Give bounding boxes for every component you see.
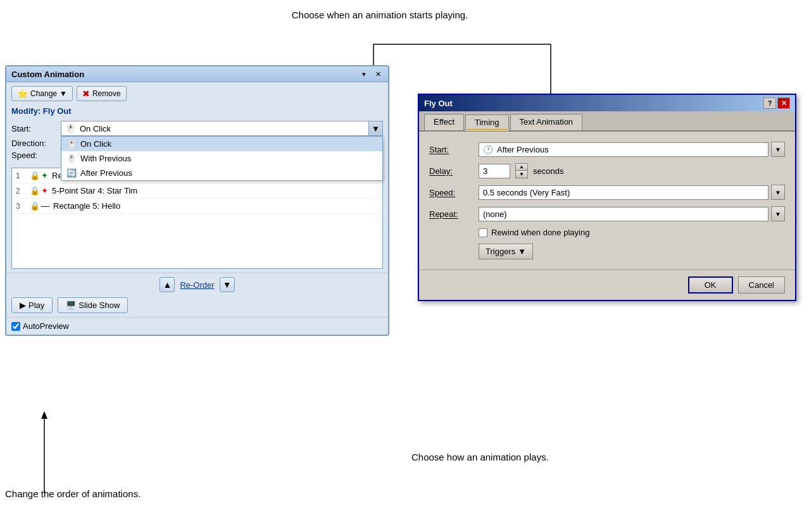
after-prev-icon: 🔄 bbox=[66, 168, 77, 178]
dialog-speed-label: Speed: bbox=[429, 188, 473, 197]
anim-num-1: 1 bbox=[16, 171, 26, 180]
speed-label: Speed: bbox=[11, 151, 56, 160]
dialog-repeat-row: Repeat: (none) ▼ bbox=[429, 206, 785, 221]
change-label: Change bbox=[30, 89, 57, 98]
dialog-delay-unit: seconds bbox=[533, 166, 563, 176]
tab-timing-underline bbox=[467, 129, 507, 130]
panel-bottom: ▲ Re-Order ▼ ▶ Play 🖥️ Slide Show bbox=[6, 273, 388, 317]
anim-text-3: Rectangle 5: Hello bbox=[53, 201, 120, 211]
dialog-speed-value: 0.5 seconds (Very Fast) bbox=[483, 188, 764, 197]
dialog-start-value: After Previous bbox=[497, 145, 764, 154]
change-icon: ⭐ bbox=[17, 89, 28, 99]
dialog-start-select-wrap: 🕐 After Previous ▼ bbox=[479, 142, 785, 157]
dropdown-with-previous[interactable]: 🖱️ With Previous bbox=[61, 151, 382, 166]
dialog-start-value-container: 🕐 After Previous bbox=[479, 142, 768, 157]
panel-titlebar: Custom Animation ▾ ✕ bbox=[6, 66, 388, 82]
auto-preview-checkbox[interactable] bbox=[11, 322, 20, 331]
dropdown-after-previous[interactable]: 🔄 After Previous bbox=[61, 166, 382, 180]
dialog-speed-select-wrap: 0.5 seconds (Very Fast) ▼ bbox=[479, 185, 785, 200]
tab-timing-label: Timing bbox=[475, 118, 499, 127]
svg-marker-6 bbox=[41, 411, 47, 419]
reorder-down-btn[interactable]: ▼ bbox=[220, 277, 235, 292]
cancel-button[interactable]: Cancel bbox=[738, 276, 785, 294]
panel-minimize-icon[interactable]: ▾ bbox=[359, 69, 369, 79]
after-prev-label: After Previous bbox=[80, 168, 132, 178]
dialog-footer: OK Cancel bbox=[419, 269, 795, 300]
dialog-titlebar: Fly Out ? ✕ bbox=[419, 95, 795, 111]
spinner-down-btn[interactable]: ▼ bbox=[516, 171, 527, 178]
dialog-repeat-label: Repeat: bbox=[429, 209, 473, 219]
animation-list: 1 🔒 ✦ Rectangle 6: Searching 2 🔒 ✦ 5-Poi… bbox=[11, 168, 383, 269]
custom-animation-panel: Custom Animation ▾ ✕ ⭐ Change ▼ ✖ Remove… bbox=[5, 65, 389, 336]
dialog-start-clock-icon: 🕐 bbox=[483, 145, 493, 154]
direction-label: Direction: bbox=[11, 139, 56, 148]
dialog-body: Start: 🕐 After Previous ▼ Delay: ▲ ▼ sec… bbox=[419, 132, 795, 269]
fly-out-dialog: Fly Out ? ✕ Effect Timing Text Animation… bbox=[418, 94, 796, 301]
dialog-title-btns: ? ✕ bbox=[763, 97, 790, 109]
dialog-close-btn[interactable]: ✕ bbox=[777, 97, 790, 109]
reorder-up-btn[interactable]: ▲ bbox=[160, 277, 175, 292]
anim-lock-icon-3: 🔒 bbox=[30, 201, 40, 211]
change-button[interactable]: ⭐ Change ▼ bbox=[11, 86, 73, 101]
anim-icons-1: 🔒 ✦ bbox=[30, 171, 48, 180]
panel-title-icons: ▾ ✕ bbox=[359, 69, 383, 79]
dialog-speed-value-container: 0.5 seconds (Very Fast) bbox=[479, 185, 768, 200]
change-dropdown-arrow[interactable]: ▼ bbox=[60, 89, 67, 98]
anim-icons-3: 🔒 — bbox=[30, 201, 49, 211]
tab-timing[interactable]: Timing bbox=[465, 114, 509, 131]
dialog-title: Fly Out bbox=[424, 99, 453, 108]
with-prev-label: With Previous bbox=[80, 154, 131, 163]
start-value: On Click bbox=[80, 124, 365, 133]
anim-num-3: 3 bbox=[16, 202, 26, 211]
dialog-repeat-value: (none) bbox=[483, 209, 764, 219]
dialog-repeat-value-container: (none) bbox=[479, 207, 768, 221]
panel-close-icon[interactable]: ✕ bbox=[373, 69, 383, 79]
start-label: Start: bbox=[11, 124, 56, 133]
tab-text-animation[interactable]: Text Animation bbox=[510, 114, 583, 130]
reorder-label[interactable]: Re-Order bbox=[180, 280, 214, 290]
dialog-help-btn[interactable]: ? bbox=[763, 97, 776, 109]
rewind-checkbox[interactable] bbox=[479, 228, 487, 237]
start-dropdown-arrow[interactable]: ▼ bbox=[368, 121, 382, 135]
remove-label: Remove bbox=[92, 89, 121, 98]
tab-effect[interactable]: Effect bbox=[424, 114, 464, 130]
anim-item-3[interactable]: 3 🔒 — Rectangle 5: Hello bbox=[12, 199, 382, 214]
slideshow-icon: 🖥️ bbox=[66, 300, 76, 310]
on-click-label: On Click bbox=[80, 139, 111, 149]
spinner-up-btn[interactable]: ▲ bbox=[516, 164, 527, 171]
top-annotation: Choose when an animation starts playing. bbox=[184, 9, 576, 20]
remove-icon: ✖ bbox=[82, 89, 90, 99]
slideshow-button[interactable]: 🖥️ Slide Show bbox=[58, 297, 128, 313]
auto-preview-row: AutoPreview bbox=[6, 317, 388, 335]
start-dropdown-menu: 🖱️ On Click 🖱️ With Previous 🔄 After Pre… bbox=[61, 136, 383, 181]
remove-button[interactable]: ✖ Remove bbox=[77, 86, 127, 101]
dialog-start-dropdown-btn[interactable]: ▼ bbox=[771, 142, 785, 157]
dialog-delay-input[interactable] bbox=[479, 164, 510, 178]
play-label: Play bbox=[28, 300, 44, 310]
triggers-label: Triggers bbox=[486, 247, 515, 256]
slideshow-label: Slide Show bbox=[78, 300, 120, 310]
anim-item-2[interactable]: 2 🔒 ✦ 5-Point Star 4: Star Tim bbox=[12, 183, 382, 199]
play-icon: ▶ bbox=[20, 300, 26, 310]
reorder-row: ▲ Re-Order ▼ bbox=[11, 277, 383, 292]
modify-label: Modify: Fly Out bbox=[6, 105, 388, 120]
dialog-repeat-dropdown-btn[interactable]: ▼ bbox=[771, 206, 785, 221]
play-button[interactable]: ▶ Play bbox=[11, 297, 53, 313]
anim-num-2: 2 bbox=[16, 187, 26, 195]
auto-preview-label: AutoPreview bbox=[23, 321, 69, 331]
tab-effect-label: Effect bbox=[434, 117, 455, 127]
dialog-delay-label: Delay: bbox=[429, 166, 473, 176]
dialog-speed-dropdown-btn[interactable]: ▼ bbox=[771, 185, 785, 200]
start-clock-icon: 🖱️ bbox=[65, 123, 76, 133]
start-select-container: 🖱️ On Click ▼ 🖱️ On Click 🖱️ With Previo… bbox=[61, 121, 383, 136]
triggers-button[interactable]: Triggers ▼ bbox=[479, 244, 533, 259]
rewind-row: Rewind when done playing bbox=[429, 228, 785, 237]
dropdown-on-click[interactable]: 🖱️ On Click bbox=[61, 137, 382, 151]
anim-dash-icon-3: — bbox=[41, 201, 49, 211]
form-section: Start: 🖱️ On Click ▼ 🖱️ On Click 🖱️ With… bbox=[6, 120, 388, 164]
dialog-repeat-select-wrap: (none) ▼ bbox=[479, 206, 785, 221]
ok-button[interactable]: OK bbox=[688, 276, 733, 294]
dialog-speed-row: Speed: 0.5 seconds (Very Fast) ▼ bbox=[429, 185, 785, 200]
triggers-arrow-icon: ▼ bbox=[518, 247, 526, 256]
anim-effect-icon-2: ✦ bbox=[41, 186, 48, 195]
